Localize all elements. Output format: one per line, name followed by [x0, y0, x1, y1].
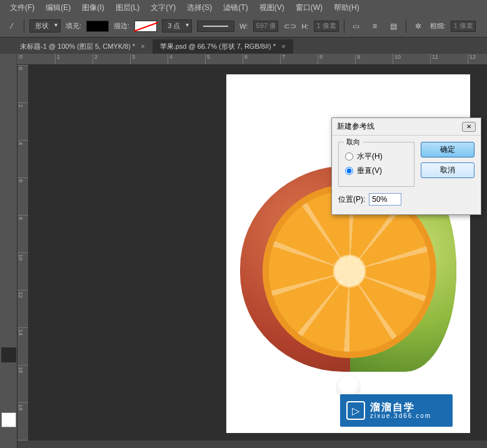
tool-slot-active[interactable]	[1, 347, 16, 362]
position-input[interactable]	[369, 193, 401, 206]
tab-label: 未标题-1 @ 100% (图层 5, CMYK/8) *	[20, 42, 135, 50]
path-align-icon[interactable]: ≡	[368, 19, 382, 33]
tool-slot[interactable]	[1, 364, 16, 379]
menu-image[interactable]: 图像(I)	[77, 1, 109, 15]
width-input[interactable]	[253, 21, 278, 32]
tool-slot[interactable]	[1, 315, 16, 330]
height-input[interactable]	[314, 21, 339, 32]
tool-slot[interactable]	[1, 217, 16, 232]
radio-vertical-input[interactable]	[345, 167, 353, 175]
radio-horizontal-input[interactable]	[345, 152, 353, 161]
link-wh-icon[interactable]: ⊂⊃	[283, 19, 297, 33]
tool-slot[interactable]	[1, 120, 16, 135]
orientation-fieldset: 取向 水平(H) 垂直(V)	[338, 142, 414, 187]
menu-view[interactable]: 视图(V)	[254, 1, 289, 15]
tool-slot[interactable]	[1, 299, 16, 314]
ruler-vertical[interactable]: 0 2 4 6 8 10 12 14 16 18 20	[18, 65, 29, 448]
ruler-horizontal[interactable]: 0 1 2 3 4 5 6 7 8 9 10 11 12	[18, 54, 487, 65]
ruler-tick: 0	[18, 65, 28, 102]
tool-slot[interactable]	[1, 152, 16, 167]
menu-edit[interactable]: 编辑(E)	[41, 1, 76, 15]
ruler-tick: 16	[18, 365, 28, 402]
menu-window[interactable]: 窗口(W)	[291, 1, 328, 15]
tab-apple-psd[interactable]: 苹果.psd @ 66.7% (形状 7, RGB/8#) * ×	[153, 39, 293, 54]
ruler-tick: 12	[468, 54, 487, 64]
foreground-color-swatch[interactable]	[1, 412, 16, 427]
close-icon[interactable]: ×	[141, 42, 144, 50]
tool-slot[interactable]	[1, 282, 16, 297]
menu-help[interactable]: 帮助(H)	[329, 1, 364, 15]
ruler-tick: 4	[168, 54, 205, 64]
path-op-icon[interactable]: ▭	[349, 19, 363, 33]
path-arrange-icon[interactable]: ▤	[387, 19, 401, 33]
cancel-button[interactable]: 取消	[421, 162, 474, 178]
tool-slot[interactable]	[1, 71, 16, 86]
tool-slot[interactable]	[1, 266, 16, 281]
tool-slot[interactable]	[1, 201, 16, 216]
menu-file[interactable]: 文件(F)	[5, 1, 39, 15]
width-label: W:	[239, 22, 248, 30]
fill-label: 填充:	[66, 21, 81, 31]
ruler-tick: 11	[430, 54, 468, 64]
menu-type[interactable]: 文字(Y)	[146, 1, 181, 15]
height-label: H:	[302, 22, 309, 30]
tool-slot[interactable]	[1, 55, 16, 70]
weight-label: 粗细:	[430, 21, 446, 31]
options-bar: ∕ 形状 填充: 描边: 3 点 W: ⊂⊃ H: ▭ ≡ ▤ ✲ 粗细:	[0, 15, 487, 37]
close-icon[interactable]: ×	[281, 42, 285, 50]
gear-icon[interactable]: ✲	[411, 19, 425, 33]
ruler-tick: 0	[18, 54, 55, 64]
divider	[24, 19, 24, 33]
tab-untitled-1[interactable]: 未标题-1 @ 100% (图层 5, CMYK/8) * ×	[13, 39, 153, 54]
watermark-text: 溜溜自学 zixue.3d66.com	[370, 402, 431, 420]
stroke-swatch[interactable]	[134, 21, 157, 32]
ruler-tick: 6	[243, 54, 280, 64]
ruler-tick: 10	[393, 54, 430, 64]
stroke-style-dropdown[interactable]	[197, 21, 234, 32]
tool-chevron-icon[interactable]: ∕	[5, 19, 19, 33]
tool-slot[interactable]	[1, 136, 16, 151]
tool-slot[interactable]	[1, 396, 16, 411]
tool-slot[interactable]	[1, 250, 16, 265]
fill-swatch[interactable]	[86, 21, 109, 32]
radio-vertical[interactable]: 垂直(V)	[345, 166, 408, 176]
stroke-label: 描边:	[114, 21, 129, 31]
radio-vertical-label: 垂直(V)	[357, 166, 382, 176]
tool-strip	[0, 54, 18, 448]
document-tabs: 未标题-1 @ 100% (图层 5, CMYK/8) * × 苹果.psd @…	[0, 37, 487, 54]
position-row: 位置(P):	[338, 193, 414, 206]
menu-filter[interactable]: 滤镜(T)	[218, 1, 253, 15]
ruler-tick: 7	[280, 54, 318, 64]
weight-input[interactable]	[451, 21, 476, 32]
tool-slot[interactable]	[1, 331, 16, 346]
tab-label: 苹果.psd @ 66.7% (形状 7, RGB/8#) *	[160, 42, 276, 50]
status-bar	[18, 441, 487, 448]
tool-slot[interactable]	[1, 104, 16, 119]
menu-layer[interactable]: 图层(L)	[111, 1, 145, 15]
dialog-titlebar[interactable]: 新建参考线 ✕	[332, 118, 481, 136]
ok-button[interactable]: 确定	[421, 142, 474, 157]
position-label: 位置(P):	[338, 194, 365, 205]
menu-select[interactable]: 选择(S)	[182, 1, 217, 15]
ruler-tick: 8	[318, 54, 355, 64]
radio-horizontal[interactable]: 水平(H)	[345, 151, 408, 162]
shape-mode-dropdown[interactable]: 形状	[29, 19, 61, 32]
divider	[344, 19, 344, 33]
ruler-tick: 10	[18, 252, 28, 290]
tool-slot[interactable]	[1, 169, 16, 184]
workspace: 0 1 2 3 4 5 6 7 8 9 10 11 12 0 2 4 6 8 1…	[0, 54, 487, 448]
ruler-tick: 9	[355, 54, 393, 64]
ruler-tick: 5	[205, 54, 243, 64]
tool-slot[interactable]	[1, 380, 16, 395]
tool-slot[interactable]	[1, 87, 16, 102]
ruler-tick: 1	[55, 54, 93, 64]
stroke-width-dropdown[interactable]: 3 点	[162, 19, 192, 32]
tool-slot[interactable]	[1, 185, 16, 200]
close-icon[interactable]: ✕	[462, 122, 476, 132]
orientation-legend: 取向	[344, 137, 363, 147]
tool-slot[interactable]	[1, 234, 16, 249]
menu-bar: 文件(F) 编辑(E) 图像(I) 图层(L) 文字(Y) 选择(S) 滤镜(T…	[0, 0, 487, 15]
ruler-tick: 14	[18, 327, 28, 365]
ruler-tick: 12	[18, 290, 28, 327]
watermark-url: zixue.3d66.com	[370, 412, 431, 419]
